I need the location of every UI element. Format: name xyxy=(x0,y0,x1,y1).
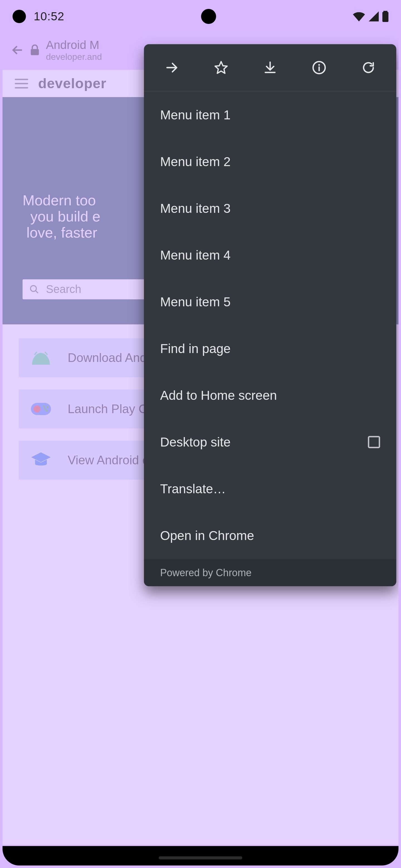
menu-footer: Powered by Chrome xyxy=(144,559,396,586)
menu-item-label: Menu item 2 xyxy=(160,154,380,169)
status-time: 10:52 xyxy=(34,10,64,23)
menu-item-label: Menu item 3 xyxy=(160,201,380,216)
download-icon xyxy=(263,60,277,75)
menu-item-2[interactable]: Menu item 2 xyxy=(144,138,396,185)
page-title: Android M xyxy=(46,38,102,52)
site-menu-button[interactable] xyxy=(15,77,28,90)
menu-item-label: Menu item 4 xyxy=(160,248,380,262)
menu-item-label: Find in page xyxy=(160,341,380,356)
forward-icon xyxy=(165,60,179,75)
menu-find-in-page[interactable]: Find in page xyxy=(144,325,396,372)
refresh-icon xyxy=(361,60,376,75)
menu-item-4[interactable]: Menu item 4 xyxy=(144,232,396,278)
status-icons xyxy=(353,11,389,22)
menu-item-label: Desktop site xyxy=(160,435,368,450)
download-button[interactable] xyxy=(247,44,293,91)
svg-point-10 xyxy=(46,406,49,408)
info-button[interactable] xyxy=(296,44,343,91)
gesture-nav-pill[interactable] xyxy=(159,856,242,859)
menu-item-label: Translate… xyxy=(160,481,380,496)
menu-translate[interactable]: Translate… xyxy=(144,465,396,512)
graduation-cap-icon xyxy=(31,450,51,470)
svg-point-11 xyxy=(43,405,45,407)
svg-line-6 xyxy=(45,352,47,355)
overflow-menu: Menu item 1 Menu item 2 Menu item 3 Menu… xyxy=(144,44,396,586)
menu-desktop-site[interactable]: Desktop site xyxy=(144,419,396,465)
menu-item-1[interactable]: Menu item 1 xyxy=(144,92,396,138)
refresh-button[interactable] xyxy=(345,44,392,91)
menu-open-in-chrome[interactable]: Open in Chrome xyxy=(144,512,396,559)
play-console-icon xyxy=(31,399,51,419)
camera-cutout-left xyxy=(12,10,26,23)
desktop-site-checkbox[interactable] xyxy=(368,436,380,448)
forward-button[interactable] xyxy=(148,44,195,91)
svg-point-3 xyxy=(31,285,36,291)
svg-point-12 xyxy=(46,409,48,412)
signal-icon xyxy=(368,11,379,22)
android-icon xyxy=(31,348,51,368)
svg-point-8 xyxy=(33,405,40,412)
hero-search-input[interactable]: Search xyxy=(23,279,151,299)
camera-cutout-center xyxy=(201,9,216,24)
back-button[interactable] xyxy=(9,42,26,58)
svg-line-4 xyxy=(36,290,38,293)
svg-rect-1 xyxy=(382,12,389,22)
search-placeholder: Search xyxy=(46,283,81,296)
star-icon xyxy=(214,60,228,75)
status-bar: 10:52 xyxy=(2,2,399,30)
menu-add-to-home[interactable]: Add to Home screen xyxy=(144,372,396,419)
svg-rect-2 xyxy=(31,49,39,55)
menu-item-3[interactable]: Menu item 3 xyxy=(144,185,396,232)
menu-item-label: Menu item 5 xyxy=(160,294,380,309)
wifi-icon xyxy=(353,11,365,22)
page-url: developer.and xyxy=(46,52,102,62)
menu-item-label: Open in Chrome xyxy=(160,528,380,543)
info-icon xyxy=(312,60,326,75)
menu-item-label: Menu item 1 xyxy=(160,107,380,122)
svg-point-14 xyxy=(318,64,320,66)
svg-point-9 xyxy=(44,408,46,410)
search-icon xyxy=(29,284,39,294)
powered-by-text: Powered by Chrome xyxy=(160,567,252,579)
bookmark-button[interactable] xyxy=(198,44,245,91)
site-brand: developer xyxy=(38,75,106,92)
menu-item-label: Add to Home screen xyxy=(160,388,380,403)
nav-bar-background xyxy=(2,846,399,866)
lock-icon xyxy=(29,44,40,56)
battery-icon xyxy=(382,11,389,22)
menu-item-5[interactable]: Menu item 5 xyxy=(144,278,396,325)
svg-line-5 xyxy=(34,352,37,355)
